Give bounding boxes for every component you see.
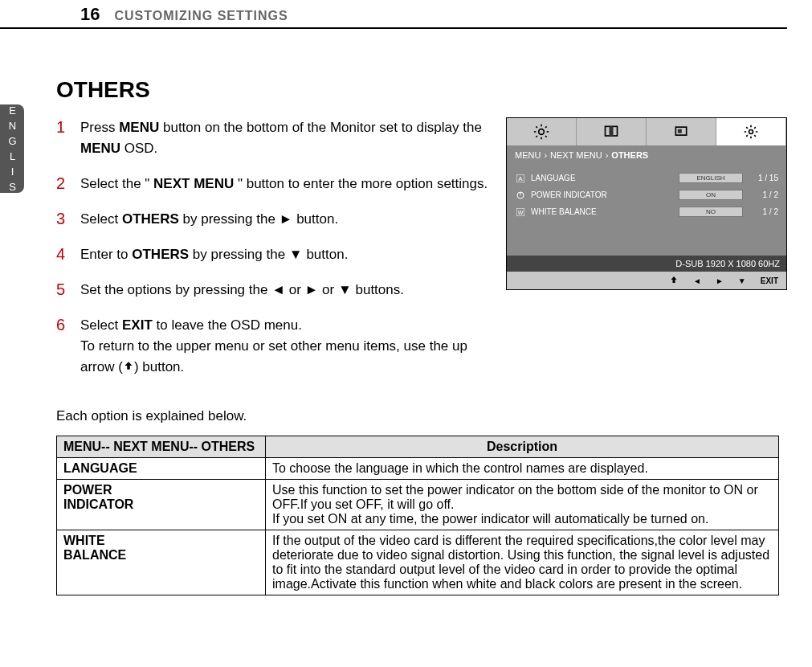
text: Select [80, 317, 122, 333]
osd-label: POWER INDICATOR [526, 190, 679, 199]
next-menu-bold: NEXT MENU [153, 176, 234, 191]
text: by pressing the [179, 211, 280, 227]
text: ) button. [134, 359, 184, 374]
table-row: POWER INDICATOR Use this function to set… [57, 480, 779, 530]
osd-footer: ◄ ► ▼ EXIT [507, 272, 786, 289]
picture-icon [603, 124, 619, 140]
step-6: 6 Select EXIT to leave the OSD menu. To … [56, 315, 490, 378]
svg-rect-10 [610, 126, 614, 136]
step-number: 4 [56, 244, 74, 264]
step-number: 3 [56, 209, 74, 228]
brightness-icon [533, 124, 549, 140]
others-bold: OTHERS [122, 211, 179, 227]
text: button. [303, 247, 349, 262]
table-head-description: Description [266, 436, 779, 458]
table-description: To choose the language in which the cont… [266, 458, 779, 480]
description-table: MENU-- NEXT MENU-- OTHERS Description LA… [56, 436, 779, 595]
text: " button to enter the more option settin… [234, 176, 488, 191]
step-5: 5 Set the options by pressing the ◄ or ►… [56, 280, 490, 301]
step-text: Set the options by pressing the ◄ or ► o… [80, 280, 404, 301]
screen-icon [673, 124, 689, 140]
down-arrow-glyph: ▼ [289, 247, 303, 262]
osd-row-language[interactable]: A LANGUAGE ENGLISH 1 / 15 [515, 173, 778, 183]
svg-text:A: A [518, 175, 523, 182]
up-arrow-icon [123, 360, 134, 371]
osd-tab-picture[interactable] [577, 118, 647, 145]
table-label: LANGUAGE [57, 458, 266, 480]
svg-line-7 [536, 136, 537, 137]
language-icon: A [515, 174, 526, 182]
step-number: 2 [56, 174, 74, 193]
content: OTHERS 1 Press MENU button on the bottom… [56, 77, 795, 595]
text: Press [80, 120, 119, 135]
svg-point-13 [749, 130, 753, 134]
table-description: If the output of the video card is diffe… [266, 530, 779, 595]
svg-line-8 [545, 126, 547, 128]
subtext: Each option is explained below. [56, 408, 795, 424]
step-3: 3 Select OTHERS by pressing the ► button… [56, 209, 490, 230]
steps-list: 1 Press MENU button on the bottom of the… [56, 117, 490, 378]
white-balance-icon: W [515, 208, 526, 216]
osd-counter: 1 / 2 [743, 190, 778, 199]
exit-bold: EXIT [122, 317, 153, 333]
osd-counter: 1 / 15 [743, 174, 778, 182]
osd-right-button[interactable]: ► [716, 276, 724, 285]
text: by pressing the [189, 247, 289, 262]
svg-line-6 [545, 136, 547, 137]
menu-bold: MENU [119, 120, 159, 135]
breadcrumb-next-menu: NEXT MENU [550, 150, 602, 160]
osd-up-button[interactable] [669, 275, 679, 286]
text: OSD. [120, 141, 157, 156]
step-text: Press MENU button on the bottom of the M… [80, 117, 490, 159]
text: button. [292, 211, 338, 227]
osd-left-button[interactable]: ◄ [693, 276, 701, 285]
osd-row-white-balance[interactable]: W WHITE BALANCE NO 1 / 2 [515, 207, 778, 217]
right-arrow-glyph: ► [280, 211, 293, 227]
osd-counter: 1 / 2 [743, 207, 778, 216]
table-label: WHITE BALANCE [57, 530, 266, 595]
text: button on the bottom of the Monitor set … [159, 120, 482, 135]
table-head-left: MENU-- NEXT MENU-- OTHERS [57, 436, 266, 458]
osd-tab-screen[interactable] [647, 118, 716, 145]
osd-settings-list: A LANGUAGE ENGLISH 1 / 15 POWER INDICATO… [507, 165, 786, 256]
step-number: 1 [56, 117, 74, 137]
table-row: WHITE BALANCE If the output of the video… [57, 530, 779, 595]
osd-label: LANGUAGE [526, 174, 679, 182]
up-arrow-icon [669, 275, 679, 284]
breadcrumb-menu: MENU [515, 150, 541, 160]
step-number: 5 [56, 280, 74, 299]
svg-rect-12 [678, 129, 682, 133]
text: Select the " [80, 176, 153, 191]
osd-tab-bar [507, 118, 786, 145]
osd-value: ENGLISH [679, 173, 743, 183]
step-text: Select OTHERS by pressing the ► button. [80, 209, 338, 230]
step-text: Select EXIT to leave the OSD menu. To re… [80, 315, 490, 378]
gear-icon [743, 124, 759, 140]
menu-bold: MENU [80, 141, 120, 156]
svg-point-0 [539, 129, 545, 135]
breadcrumb-others: OTHERS [611, 150, 648, 160]
osd-breadcrumb: MENU›NEXT MENU›OTHERS [507, 145, 786, 165]
step-text: Select the " NEXT MENU " button to enter… [80, 174, 488, 194]
table-description: Use this function to set the power indic… [266, 480, 779, 530]
osd-row-power-indicator[interactable]: POWER INDICATOR ON 1 / 2 [515, 190, 778, 200]
page-header: 16 CUSTOMIZING SETTINGS [0, 0, 787, 29]
step-text: Enter to OTHERS by pressing the ▼ button… [80, 244, 348, 265]
page-header-title: CUSTOMIZING SETTINGS [114, 9, 288, 23]
language-side-tab: ENGLISH [0, 104, 24, 193]
osd-tab-brightness[interactable] [507, 118, 577, 145]
table-label: POWER INDICATOR [57, 480, 266, 530]
page-number: 16 [80, 4, 100, 25]
others-bold: OTHERS [132, 247, 189, 262]
text: to leave the OSD menu. [153, 317, 302, 333]
osd-value: ON [679, 190, 743, 200]
power-icon [515, 191, 526, 199]
osd-down-button[interactable]: ▼ [738, 276, 746, 285]
step-4: 4 Enter to OTHERS by pressing the ▼ butt… [56, 244, 490, 265]
osd-panel: MENU›NEXT MENU›OTHERS A LANGUAGE ENGLISH… [506, 117, 787, 290]
step-1: 1 Press MENU button on the bottom of the… [56, 117, 490, 159]
step-2: 2 Select the " NEXT MENU " button to ent… [56, 174, 490, 194]
osd-exit-button[interactable]: EXIT [761, 276, 778, 285]
table-row: LANGUAGE To choose the language in which… [57, 458, 779, 480]
osd-tab-others[interactable] [716, 118, 786, 145]
